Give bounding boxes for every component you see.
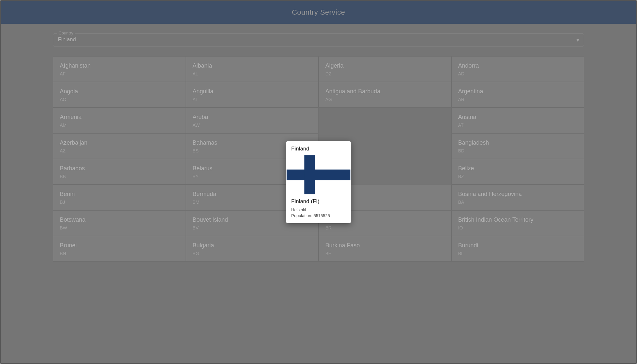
finland-flag <box>286 155 351 194</box>
modal-overlay: Finland Finland (FI) Helsinki Population… <box>1 1 636 363</box>
modal-population: Population: 5515525 <box>291 213 346 218</box>
svg-rect-2 <box>304 155 315 194</box>
modal-capital: Helsinki <box>291 207 346 212</box>
finland-modal: Finland Finland (FI) Helsinki Population… <box>286 141 351 223</box>
modal-body: Finland (FI) Helsinki Population: 551552… <box>286 194 351 223</box>
modal-title: Finland <box>286 141 351 155</box>
svg-rect-1 <box>287 169 350 180</box>
modal-country-name: Finland (FI) <box>291 198 346 205</box>
app-container: Country Service Country Finland ▾ Afghan… <box>0 0 637 364</box>
